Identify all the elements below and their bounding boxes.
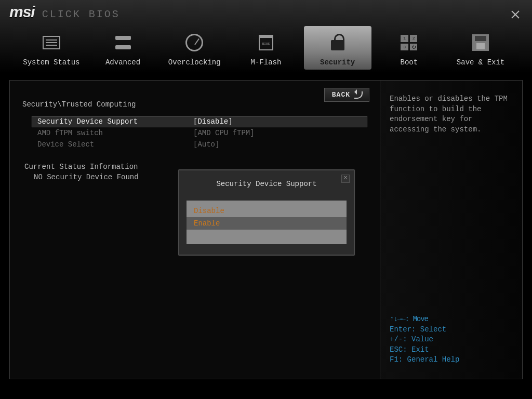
tab-security[interactable]: Security [304,26,371,70]
brand-subtitle: CLICK BIOS [42,8,120,20]
popup-option-disable[interactable]: Disable [187,205,347,217]
popup-option-list: Disable Enable [187,201,347,244]
lock-icon [325,30,350,55]
monitor-icon [39,30,64,55]
help-key-exit: ESC: Exit [390,345,513,355]
setting-value: [Auto] [193,140,219,149]
popup-option-enable[interactable]: Enable [187,217,347,230]
tab-label: System Status [23,58,79,66]
back-label: BACK [332,91,350,99]
tab-save-exit[interactable]: Save & Exit [447,26,514,70]
setting-device-select[interactable]: Device Select [Auto] [32,139,367,150]
setting-value: [AMD CPU fTPM] [193,129,255,137]
tab-overclocking[interactable]: Overclocking [161,26,228,70]
main-tabs: System Status Advanced Overclocking M-Fl… [0,26,532,73]
settings-list: Security Device Support [Disable] AMD fT… [32,116,367,150]
tab-label: Overclocking [168,58,221,66]
tab-label: Boot [401,58,418,66]
popup-title-bar: Security Device Support × [179,170,354,197]
breadcrumb: Security\Trusted Computing [22,100,367,109]
tab-boot[interactable]: 123⏻ Boot [375,26,443,70]
help-keys: ↑↓→←: Move Enter: Select +/-: Value ESC:… [390,314,513,365]
gauge-icon [182,30,207,55]
help-key-help: F1: General Help [390,355,513,365]
tab-mflash[interactable]: M-Flash [232,26,300,70]
tab-system-status[interactable]: System Status [18,26,85,70]
tab-label: Security [320,58,355,66]
help-pane: Enables or disables the TPM function to … [380,81,522,379]
header-bar: msi CLICK BIOS System Status Advanced Ov… [0,0,532,73]
option-popup: Security Device Support × Disable Enable [178,169,355,256]
tab-label: Save & Exit [457,58,504,66]
popup-close-icon[interactable]: × [341,175,350,183]
brand-logo: msi [9,3,35,21]
sliders-icon [111,30,136,55]
tab-label: Advanced [105,58,140,66]
setting-key: Device Select [37,140,193,149]
undo-icon [354,91,363,99]
help-key-value: +/-: Value [390,335,513,345]
tab-advanced[interactable]: Advanced [89,26,157,70]
close-icon[interactable] [508,7,523,22]
setting-key: Security Device Support [37,117,193,126]
setting-amd-ftpm-switch[interactable]: AMD fTPM switch [AMD CPU fTPM] [32,127,367,139]
keypad-icon: 123⏻ [396,30,421,55]
brand: msi CLICK BIOS [9,3,120,21]
popup-title: Security Device Support [216,180,316,188]
floppy-icon [468,30,493,55]
chip-icon [254,30,278,55]
help-key-move: ↑↓→←: Move [390,314,513,325]
setting-security-device-support[interactable]: Security Device Support [Disable] [32,116,367,127]
help-description: Enables or disables the TPM function to … [390,94,513,135]
help-key-select: Enter: Select [390,325,513,335]
back-button[interactable]: BACK [324,88,369,102]
tab-label: M-Flash [251,58,282,66]
setting-value: [Disable] [193,117,233,126]
setting-key: AMD fTPM switch [37,129,193,137]
